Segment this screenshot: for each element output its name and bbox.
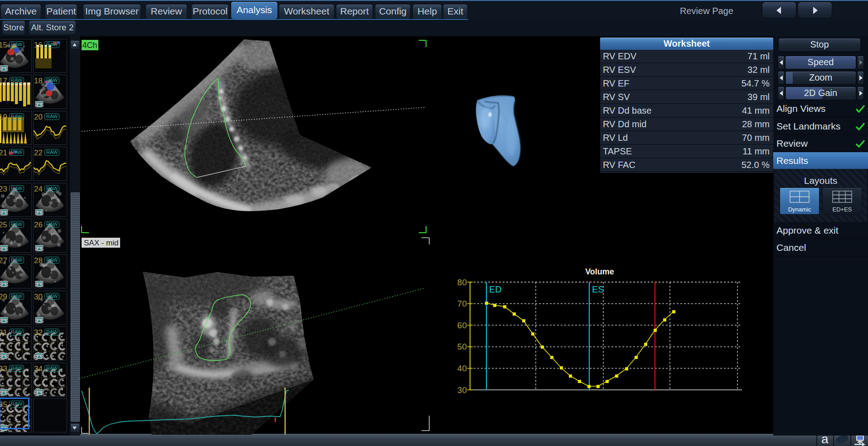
svg-text:ES: ES bbox=[592, 284, 604, 294]
svg-text:Volume: Volume bbox=[585, 267, 614, 276]
svg-text:4Ch: 4Ch bbox=[82, 41, 97, 50]
svg-text:80: 80 bbox=[457, 278, 467, 287]
svg-text:ED: ED bbox=[489, 284, 502, 294]
svg-text:30: 30 bbox=[457, 385, 467, 395]
svg-text:70: 70 bbox=[457, 299, 467, 308]
svg-text:50: 50 bbox=[457, 342, 467, 351]
svg-text:SAX - mid: SAX - mid bbox=[84, 239, 119, 247]
svg-text:60: 60 bbox=[457, 321, 467, 330]
svg-text:40: 40 bbox=[457, 364, 467, 373]
